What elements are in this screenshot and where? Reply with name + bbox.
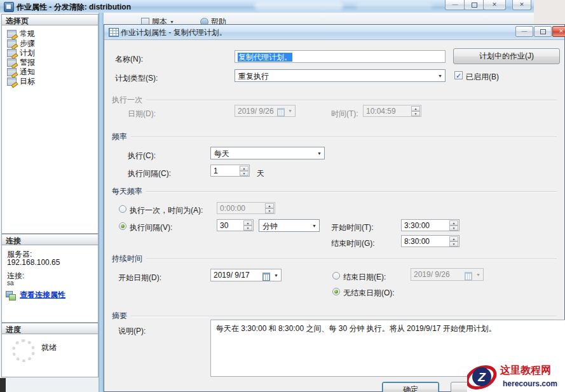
occurs-once-radio[interactable] xyxy=(119,205,126,213)
sidebar-connection-header: 连接 xyxy=(1,234,99,245)
sidebar-progress-panel: 就绪 xyxy=(1,334,99,377)
chevron-down-icon: ▼ xyxy=(312,224,317,228)
schedule-properties-dialog: 作业计划属性 - 复制代理计划。 — ✕ 名称(N): 复制代理计划。 计划中的… xyxy=(104,24,565,392)
chevron-down-icon: ▼ xyxy=(476,273,480,277)
group-title: 频率 xyxy=(112,132,127,142)
sidebar-item-label: 目标 xyxy=(20,76,35,87)
sidebar-item-steps[interactable]: 步骤 xyxy=(7,39,90,48)
occurs-every-radio[interactable] xyxy=(119,222,126,230)
sidebar-item-general[interactable]: 常规 xyxy=(7,29,90,39)
occurs-every-unit-select[interactable]: 分钟▼ xyxy=(259,219,320,232)
sidebar-connection-panel: 服务器: 192.168.100.65 连接: sa 查看连接属性 xyxy=(1,245,99,323)
group-title: 持续时间 xyxy=(112,253,142,264)
recurs-every-spinner[interactable]: 1 ▲▼ xyxy=(210,165,250,177)
end-date-value: 2019/ 9/26 xyxy=(414,270,450,279)
no-end-date-label: 无结束日期(O): xyxy=(343,288,395,299)
end-time-spinner[interactable]: 8:30:00 ▲▼ xyxy=(401,235,459,247)
occurs-once-label: 执行一次，时间为(A): xyxy=(130,205,203,216)
sidebar-item-targets[interactable]: 目标 xyxy=(7,77,90,86)
group-duration: 持续时间 xyxy=(112,253,557,264)
watermark-letter: Z xyxy=(477,370,486,384)
group-title: 执行一次 xyxy=(112,95,142,105)
once-time-value: 10:04:59 xyxy=(366,107,396,116)
sidebar-pages-panel: 常规 步骤 计划 警报 通知 目标 xyxy=(1,25,99,234)
occurs-once-time-value: 0:00:00 xyxy=(220,204,245,213)
occurs-every-label: 执行间隔(V): xyxy=(130,222,172,233)
dialog-title: 作业计划属性 - 复制代理计划。 xyxy=(121,27,227,38)
titlebar-glass-blob xyxy=(356,3,432,10)
spin-up-icon: ▲ xyxy=(243,220,252,226)
window-edge-strip xyxy=(99,13,104,392)
ok-button[interactable]: 确定 xyxy=(382,382,439,392)
dialog-maximize-button[interactable] xyxy=(534,26,552,37)
watermark: Z 这里教程网 herecours.com xyxy=(467,362,565,392)
view-connection-properties[interactable]: 查看连接属性 xyxy=(6,290,65,301)
spin-down-icon: ▼ xyxy=(449,241,458,247)
dialog-minimize-button[interactable]: — xyxy=(515,26,533,37)
start-date-value: 2019/ 9/17 xyxy=(214,271,250,280)
maximize-button[interactable] xyxy=(464,0,484,10)
page-icon xyxy=(7,30,17,38)
enabled-checkbox[interactable]: ✓ xyxy=(454,71,463,79)
description-label: 说明(P): xyxy=(118,326,146,337)
spin-up-icon: ▲ xyxy=(265,203,274,208)
minimize-button[interactable]: — xyxy=(445,0,465,10)
dialog-close-button[interactable]: ✕ xyxy=(552,26,565,37)
occurs-every-spinner[interactable]: 30 ▲▼ xyxy=(217,219,254,231)
start-date-picker[interactable]: 2019/ 9/17 ▼ xyxy=(210,269,282,281)
end-time-value: 8:30:00 xyxy=(404,237,430,246)
titlebar-glass-blob xyxy=(254,2,343,10)
sidebar-item-schedules[interactable]: 计划 xyxy=(7,48,90,58)
background-window-close-button[interactable]: ✕ xyxy=(512,0,531,10)
chevron-down-icon: ▼ xyxy=(170,20,174,24)
spinner-arrows[interactable]: ▲▼ xyxy=(240,166,248,175)
start-date-label: 开始日期(D): xyxy=(118,273,161,283)
dialog-icon xyxy=(109,28,119,37)
progress-status: 就绪 xyxy=(41,342,57,353)
date-label: 日期(D): xyxy=(128,109,156,119)
connection-properties-icon xyxy=(6,291,15,299)
occurs-every-unit-value: 分钟 xyxy=(262,222,278,231)
name-input-selected-text: 复制代理计划。 xyxy=(238,53,292,62)
group-title: 摘要 xyxy=(112,311,127,321)
no-end-date-radio[interactable] xyxy=(332,288,340,295)
sidebar-item-alerts[interactable]: 警报 xyxy=(7,58,90,67)
maximize-icon xyxy=(540,29,546,34)
schedule-type-value: 重复执行 xyxy=(238,72,269,81)
page-icon xyxy=(7,68,17,76)
end-date-picker: 2019/ 9/26 ▼ xyxy=(411,268,484,281)
spin-down-icon: ▼ xyxy=(449,226,458,231)
chevron-down-icon: ▼ xyxy=(438,74,442,78)
occurs-select[interactable]: 每天▼ xyxy=(210,147,325,159)
sidebar-item-notifications[interactable]: 通知 xyxy=(7,67,90,77)
once-date-picker: 2019/ 9/26 ▼ xyxy=(235,105,296,117)
spin-up-icon: ▲ xyxy=(411,106,420,111)
sidebar-pages-header: 选择页 xyxy=(1,14,99,25)
name-label: 名称(N): xyxy=(115,54,143,65)
start-time-value: 3:30:00 xyxy=(404,221,430,230)
calendar-icon xyxy=(277,107,285,116)
spinner-arrows[interactable]: ▲▼ xyxy=(243,220,252,230)
spinner-arrows[interactable]: ▲▼ xyxy=(449,220,458,230)
group-frequency: 频率 xyxy=(112,132,557,142)
chevron-down-icon: ▼ xyxy=(288,109,292,113)
name-input[interactable]: 复制代理计划。 xyxy=(235,50,446,63)
spin-down-icon: ▼ xyxy=(243,226,252,231)
jobs-in-schedule-button[interactable]: 计划中的作业(J) xyxy=(453,48,560,64)
schedule-type-select[interactable]: 重复执行▼ xyxy=(235,69,446,82)
view-connection-properties-link[interactable]: 查看连接属性 xyxy=(20,290,65,301)
watermark-line2: herecours.com xyxy=(503,379,557,388)
page-icon xyxy=(7,49,17,57)
spinner-arrows[interactable]: ▲▼ xyxy=(449,236,458,246)
close-button[interactable]: ✕ xyxy=(483,0,506,10)
start-time-spinner[interactable]: 3:30:00 ▲▼ xyxy=(401,219,459,231)
connection-value: sa xyxy=(7,280,14,287)
group-execute-once: 执行一次 xyxy=(112,95,557,105)
occurs-every-value: 30 xyxy=(220,221,228,230)
maximize-icon xyxy=(472,3,477,8)
app-icon xyxy=(4,2,14,12)
end-date-radio[interactable] xyxy=(332,272,340,280)
background-window-fragment xyxy=(0,378,6,392)
page-icon xyxy=(7,58,17,67)
end-time-label: 结束时间(G): xyxy=(331,238,375,249)
